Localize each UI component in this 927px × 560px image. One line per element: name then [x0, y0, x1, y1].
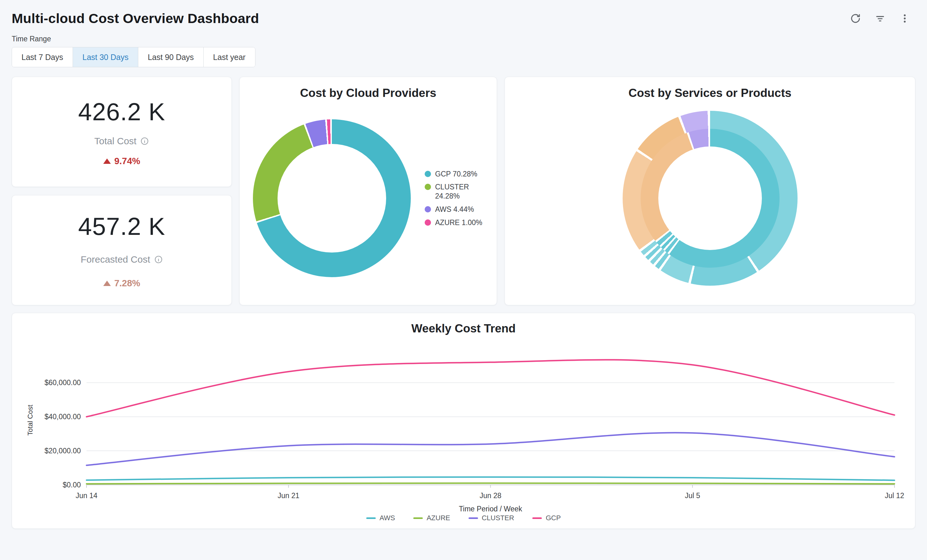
refresh-button[interactable] — [846, 9, 864, 27]
providers-chart-body: GCP 70.28% CLUSTER 24.28% AWS 4.44% AZUR… — [240, 100, 497, 297]
total-cost-value: 426.2 K — [78, 97, 166, 126]
legend-dot-aws — [425, 206, 431, 212]
time-range-option-last-30-days[interactable]: Last 30 Days — [73, 47, 138, 67]
time-range-option-last-7-days[interactable]: Last 7 Days — [12, 47, 73, 67]
legend-label-azure: AZURE 1.00% — [435, 218, 482, 227]
trend-legend-swatch-aws — [366, 518, 376, 519]
sunburst-hole — [658, 146, 762, 250]
legend-item-gcp[interactable]: GCP 70.28% — [425, 170, 485, 179]
forecasted-cost-delta-value: 7.28% — [114, 278, 140, 288]
providers-donut-chart[interactable] — [253, 119, 411, 277]
svg-text:$20,000.00: $20,000.00 — [44, 447, 81, 455]
filter-icon — [874, 13, 886, 24]
services-chart-card: Cost by Services or Products — [505, 77, 915, 305]
refresh-icon — [849, 13, 861, 24]
forecasted-cost-label: Forecasted Cost — [81, 254, 150, 265]
forecasted-cost-label-row: Forecasted Cost — [81, 254, 163, 265]
total-cost-label-row: Total Cost — [94, 136, 149, 146]
legend-dot-azure — [425, 219, 431, 226]
page-title: Multi-cloud Cost Overview Dashboard — [12, 11, 259, 26]
svg-text:Jul 12: Jul 12 — [885, 492, 904, 500]
weekly-cost-trend-chart[interactable]: $0.00$20,000.00$40,000.00$60,000.00Jun 1… — [20, 337, 907, 513]
svg-text:$60,000.00: $60,000.00 — [44, 378, 81, 387]
providers-legend: GCP 70.28% CLUSTER 24.28% AWS 4.44% AZUR… — [425, 170, 485, 227]
legend-label-gcp: GCP 70.28% — [435, 170, 477, 179]
svg-text:Jul 5: Jul 5 — [685, 492, 700, 500]
svg-text:$0.00: $0.00 — [62, 481, 81, 489]
legend-item-cluster[interactable]: CLUSTER 24.28% — [425, 182, 485, 201]
time-range-label: Time Range — [12, 35, 915, 43]
services-chart-title: Cost by Services or Products — [505, 87, 915, 100]
legend-item-azure[interactable]: AZURE 1.00% — [425, 218, 485, 227]
trend-legend: AWS AZURE CLUSTER GCP — [20, 514, 907, 522]
time-range-selector: Last 7 Days Last 30 Days Last 90 Days La… — [12, 47, 255, 67]
trend-legend-label-azure: AZURE — [427, 514, 450, 522]
cards-grid: 426.2 K Total Cost 9.74% 457.2 K — [12, 77, 915, 305]
svg-text:Total Cost: Total Cost — [26, 405, 34, 436]
trend-legend-item-cluster[interactable]: CLUSTER — [468, 514, 514, 522]
toolbar — [846, 9, 913, 27]
menu-button[interactable] — [896, 9, 913, 27]
info-icon[interactable] — [140, 137, 149, 146]
forecasted-cost-value: 457.2 K — [78, 212, 166, 241]
svg-text:$40,000.00: $40,000.00 — [44, 413, 81, 421]
header: Multi-cloud Cost Overview Dashboard — [12, 8, 915, 29]
info-icon[interactable] — [154, 255, 163, 264]
delta-up-icon — [103, 281, 111, 286]
trend-legend-item-aws[interactable]: AWS — [366, 514, 395, 522]
delta-up-icon — [103, 158, 111, 164]
trend-legend-item-azure[interactable]: AZURE — [413, 514, 450, 522]
total-cost-delta-value: 9.74% — [114, 156, 140, 166]
total-cost-delta: 9.74% — [103, 156, 140, 166]
kebab-menu-icon — [899, 13, 910, 24]
trend-legend-label-gcp: GCP — [546, 514, 561, 522]
trend-legend-swatch-azure — [413, 518, 423, 519]
total-cost-label: Total Cost — [94, 136, 137, 146]
forecasted-cost-card: 457.2 K Forecasted Cost 7.28% — [12, 195, 232, 305]
kpi-column: 426.2 K Total Cost 9.74% 457.2 K — [12, 77, 232, 305]
weekly-trend-title: Weekly Cost Trend — [20, 322, 907, 335]
time-range-option-last-90-days[interactable]: Last 90 Days — [138, 47, 204, 67]
trend-legend-item-gcp[interactable]: GCP — [532, 514, 561, 522]
trend-legend-label-aws: AWS — [380, 514, 395, 522]
legend-dot-cluster — [425, 184, 431, 190]
svg-text:Jun 14: Jun 14 — [76, 492, 97, 500]
trend-legend-label-cluster: CLUSTER — [482, 514, 514, 522]
providers-chart-title: Cost by Cloud Providers — [240, 87, 497, 100]
trend-legend-swatch-gcp — [532, 518, 542, 519]
svg-text:Jun 21: Jun 21 — [278, 492, 299, 500]
svg-text:Jun 28: Jun 28 — [480, 492, 501, 500]
time-range-option-last-year[interactable]: Last year — [204, 47, 255, 67]
services-chart-body — [505, 100, 915, 297]
dashboard-page: Multi-cloud Cost Overview Dashboard — [12, 8, 915, 529]
legend-label-cluster: CLUSTER 24.28% — [435, 182, 485, 201]
total-cost-card: 426.2 K Total Cost 9.74% — [12, 77, 232, 187]
weekly-trend-card: Weekly Cost Trend $0.00$20,000.00$40,000… — [12, 313, 915, 529]
providers-chart-card: Cost by Cloud Providers GCP 70.28% CLUST… — [239, 77, 497, 305]
legend-label-aws: AWS 4.44% — [435, 205, 474, 214]
filter-button[interactable] — [871, 9, 889, 27]
forecasted-cost-delta: 7.28% — [103, 278, 140, 288]
donut-hole — [278, 144, 386, 252]
svg-text:Time Period / Week: Time Period / Week — [459, 505, 522, 513]
trend-legend-swatch-cluster — [468, 518, 478, 519]
services-sunburst-chart[interactable] — [623, 111, 798, 286]
legend-dot-gcp — [425, 171, 431, 177]
legend-item-aws[interactable]: AWS 4.44% — [425, 205, 485, 214]
